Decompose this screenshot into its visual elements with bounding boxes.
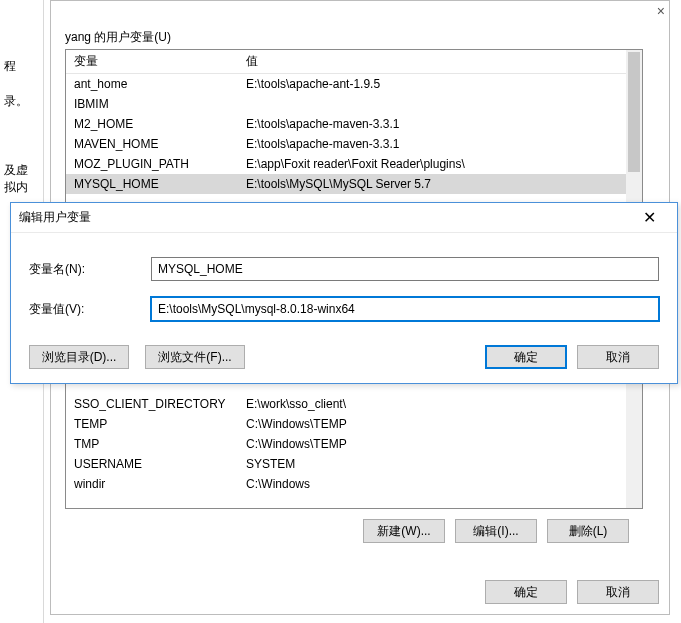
col-header-val[interactable]: 值	[246, 53, 642, 70]
cell-var: TEMP	[74, 417, 246, 431]
variable-name-label: 变量名(N):	[29, 261, 151, 278]
modal-titlebar[interactable]: 编辑用户变量 ✕	[11, 203, 677, 233]
cell-val: SYSTEM	[246, 457, 626, 471]
cell-val: E:\work\sso_client\	[246, 397, 626, 411]
cell-var: USERNAME	[74, 457, 246, 471]
cell-var: M2_HOME	[74, 117, 246, 131]
cell-var: ant_home	[74, 77, 246, 91]
cell-val: E:\tools\apache-maven-3.3.1	[246, 137, 642, 151]
table-row[interactable]: SSO_CLIENT_DIRECTORYE:\work\sso_client\	[66, 394, 626, 414]
browse-file-button[interactable]: 浏览文件(F)...	[145, 345, 245, 369]
outer-ok-button[interactable]: 确定	[485, 580, 567, 604]
outer-dialog-buttons: 确定 取消	[485, 580, 659, 604]
table-row[interactable]: TMPC:\Windows\TEMP	[66, 434, 626, 454]
cell-val: C:\Windows	[246, 477, 626, 491]
variable-value-row: 变量值(V):	[29, 297, 659, 321]
rows-container-bottom: SSO_CLIENT_DIRECTORYE:\work\sso_client\T…	[66, 394, 626, 494]
variable-name-input[interactable]	[151, 257, 659, 281]
left-text-2: 录。	[4, 93, 39, 110]
scrollbar-thumb[interactable]	[628, 52, 640, 172]
user-vars-buttons: 新建(W)... 编辑(I)... 删除(L)	[363, 519, 629, 543]
table-row[interactable]: TEMPC:\Windows\TEMP	[66, 414, 626, 434]
cell-val: C:\Windows\TEMP	[246, 437, 626, 451]
cell-val: E:\tools\apache-maven-3.3.1	[246, 117, 642, 131]
rows-container-top: ant_homeE:\tools\apache-ant-1.9.5IBMIMM2…	[66, 74, 642, 194]
cell-var: windir	[74, 477, 246, 491]
new-button[interactable]: 新建(W)...	[363, 519, 445, 543]
delete-button[interactable]: 删除(L)	[547, 519, 629, 543]
close-icon[interactable]: ✕	[629, 204, 669, 232]
variable-name-row: 变量名(N):	[29, 257, 659, 281]
table-row[interactable]: USERNAMESYSTEM	[66, 454, 626, 474]
table-row[interactable]: MAVEN_HOMEE:\tools\apache-maven-3.3.1	[66, 134, 642, 154]
table-row[interactable]: MOZ_PLUGIN_PATHE:\app\Foxit reader\Foxit…	[66, 154, 642, 174]
cell-var: IBMIM	[74, 97, 246, 111]
modal-ok-button[interactable]: 确定	[485, 345, 567, 369]
table-header: 变量 值	[66, 50, 642, 74]
section-label: yang 的用户变量(U)	[65, 29, 171, 46]
cell-var: SSO_CLIENT_DIRECTORY	[74, 397, 246, 411]
col-header-var[interactable]: 变量	[74, 53, 246, 70]
variable-value-label: 变量值(V):	[29, 301, 151, 318]
outer-cancel-button[interactable]: 取消	[577, 580, 659, 604]
edit-button[interactable]: 编辑(I)...	[455, 519, 537, 543]
cell-val: C:\Windows\TEMP	[246, 417, 626, 431]
cell-val: E:\tools\MySQL\MySQL Server 5.7	[246, 177, 642, 191]
left-text-1: 程	[4, 58, 39, 75]
table-row[interactable]: M2_HOMEE:\tools\apache-maven-3.3.1	[66, 114, 642, 134]
cell-val: E:\app\Foxit reader\Foxit Reader\plugins…	[246, 157, 642, 171]
table-row[interactable]: ant_homeE:\tools\apache-ant-1.9.5	[66, 74, 642, 94]
variable-value-input[interactable]	[151, 297, 659, 321]
left-text-3: 及虚拟内	[4, 162, 39, 196]
cell-var: MOZ_PLUGIN_PATH	[74, 157, 246, 171]
cell-var: MYSQL_HOME	[74, 177, 246, 191]
table-row[interactable]: MYSQL_HOMEE:\tools\MySQL\MySQL Server 5.…	[66, 174, 642, 194]
modal-body: 变量名(N): 变量值(V): 浏览目录(D)... 浏览文件(F)... 确定…	[11, 233, 677, 383]
table-row[interactable]: IBMIM	[66, 94, 642, 114]
cell-val: E:\tools\apache-ant-1.9.5	[246, 77, 642, 91]
modal-actions: 浏览目录(D)... 浏览文件(F)... 确定 取消	[29, 337, 659, 369]
edit-variable-dialog: 编辑用户变量 ✕ 变量名(N): 变量值(V): 浏览目录(D)... 浏览文件…	[10, 202, 678, 384]
modal-cancel-button[interactable]: 取消	[577, 345, 659, 369]
cell-var: MAVEN_HOME	[74, 137, 246, 151]
cell-var: TMP	[74, 437, 246, 451]
browse-directory-button[interactable]: 浏览目录(D)...	[29, 345, 129, 369]
close-icon[interactable]: ×	[657, 3, 665, 19]
table-row[interactable]: windirC:\Windows	[66, 474, 626, 494]
modal-title: 编辑用户变量	[19, 209, 629, 226]
